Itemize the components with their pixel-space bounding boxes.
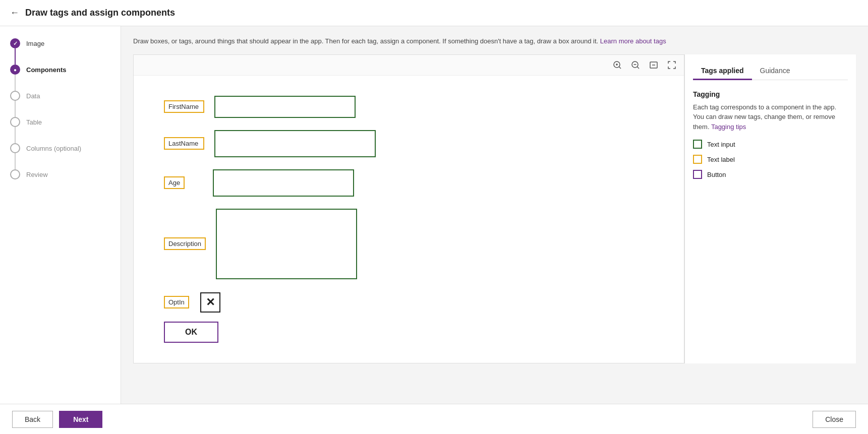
sidebar-item-image[interactable]: Image: [10, 38, 110, 65]
content-inner: Draw boxes, or tags, around things that …: [121, 26, 868, 404]
legend-box-purple: [693, 170, 702, 179]
legend-label-button: Button: [707, 171, 726, 178]
learn-more-link[interactable]: Learn more about tags: [600, 37, 666, 45]
tag-label-optin[interactable]: OptIn: [164, 296, 189, 308]
connector-image-components: [15, 48, 16, 65]
step-label-table: Table: [26, 117, 42, 128]
connector-table-columns: [15, 127, 16, 143]
tag-checkbox-optin[interactable]: [199, 291, 221, 314]
tag-label-lastname[interactable]: LastName: [164, 137, 204, 150]
next-button[interactable]: Next: [59, 411, 102, 428]
step-label-review: Review: [26, 169, 48, 180]
svg-line-6: [638, 67, 640, 69]
connector-data-table: [15, 101, 16, 117]
sidebar-item-review[interactable]: Review: [10, 169, 110, 180]
zoom-in-icon[interactable]: [610, 58, 624, 72]
step-label-columns: Columns (optional): [26, 143, 81, 154]
canvas-toolbar: [134, 55, 684, 76]
step-label-components: Components: [26, 65, 66, 75]
form-row-optin: OptIn OK: [164, 291, 654, 343]
content-area: Draw boxes, or tags, around things that …: [121, 26, 868, 404]
checkbox-x-icon: [200, 292, 220, 313]
tab-tags-applied[interactable]: Tags applied: [693, 63, 752, 80]
zoom-out-icon[interactable]: [628, 58, 643, 72]
sidebar-item-columns[interactable]: Columns (optional): [10, 143, 110, 169]
legend-item-text-input: Text input: [693, 140, 848, 149]
bottom-left: Back Next: [12, 411, 102, 428]
canvas-container: FirstName LastName Age: [133, 54, 684, 363]
step-circle-data: [10, 91, 20, 101]
step-circle-columns: [10, 143, 20, 153]
main-area: Image Components Data Table: [0, 26, 868, 404]
step-circle-review: [10, 169, 20, 179]
legend-label-text-label: Text label: [707, 156, 735, 163]
tag-input-age[interactable]: [213, 169, 354, 197]
legend-items: Text input Text label Button: [693, 140, 848, 179]
legend-box-orange: [693, 155, 702, 164]
tagging-tips-link[interactable]: Tagging tips: [711, 123, 746, 131]
top-bar: ← Draw tags and assign components: [0, 0, 868, 26]
step-circle-components: [10, 65, 20, 75]
tab-guidance[interactable]: Guidance: [752, 63, 798, 80]
connector-columns-review: [15, 153, 16, 169]
tag-label-description[interactable]: Description: [164, 237, 206, 250]
canvas-panel-row: FirstName LastName Age: [133, 54, 856, 363]
back-icon[interactable]: ←: [10, 8, 19, 18]
ok-button[interactable]: OK: [164, 322, 218, 343]
tagging-title: Tagging: [693, 90, 848, 98]
step-label-image: Image: [26, 38, 44, 49]
form-row-description: Description: [164, 209, 654, 279]
tag-input-lastname[interactable]: [214, 130, 376, 157]
form-row-firstname: FirstName: [164, 96, 654, 118]
tag-input-firstname[interactable]: [214, 96, 356, 118]
sidebar-item-components[interactable]: Components: [10, 65, 110, 91]
sidebar-item-data[interactable]: Data: [10, 91, 110, 117]
right-panel: Tags applied Guidance Tagging Each tag c…: [684, 54, 856, 363]
tagging-section: Tagging Each tag corresponds to a compon…: [693, 88, 848, 181]
sidebar-item-table[interactable]: Table: [10, 117, 110, 143]
form-row-lastname: LastName: [164, 130, 654, 157]
form-canvas: FirstName LastName Age: [134, 76, 684, 363]
instruction-text: Draw boxes, or tags, around things that …: [133, 36, 856, 46]
legend-label-text-input: Text input: [707, 141, 735, 148]
fullscreen-icon[interactable]: [665, 58, 679, 72]
back-button[interactable]: Back: [12, 411, 53, 428]
tag-label-age[interactable]: Age: [164, 176, 185, 189]
form-row-age: Age: [164, 169, 654, 197]
connector-components-data: [15, 75, 16, 91]
tag-label-firstname[interactable]: FirstName: [164, 100, 204, 113]
tagging-desc: Each tag corresponds to a component in t…: [693, 102, 848, 132]
legend-box-green: [693, 140, 702, 149]
step-circle-table: [10, 117, 20, 127]
legend-item-text-label: Text label: [693, 155, 848, 164]
step-circle-image: [10, 38, 20, 48]
step-label-data: Data: [26, 91, 40, 101]
sidebar: Image Components Data Table: [0, 26, 121, 404]
tag-input-description[interactable]: [216, 209, 357, 279]
page-title: Draw tags and assign components: [25, 8, 175, 18]
legend-item-button: Button: [693, 170, 848, 179]
close-button[interactable]: Close: [813, 411, 856, 428]
fit-page-icon[interactable]: [647, 58, 661, 72]
svg-line-3: [619, 67, 621, 69]
bottom-bar: Back Next Close: [0, 404, 868, 434]
panel-tabs: Tags applied Guidance: [693, 63, 848, 80]
